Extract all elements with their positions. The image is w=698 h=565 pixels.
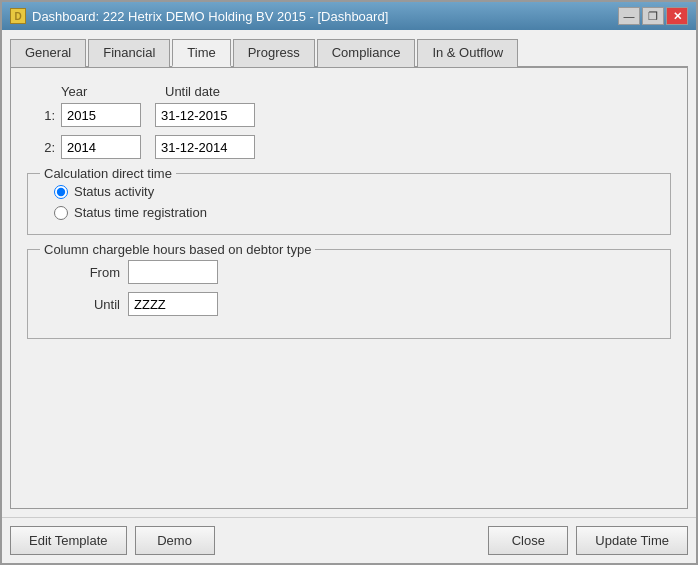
tab-time[interactable]: Time: [172, 39, 230, 67]
row-1-until-date-input[interactable]: [155, 103, 255, 127]
until-date-column-header: Until date: [165, 84, 285, 99]
edit-template-button[interactable]: Edit Template: [10, 526, 127, 555]
column-chargeble-group: Column chargeble hours based on debtor t…: [27, 249, 671, 339]
until-row: Until: [60, 292, 654, 316]
close-window-button[interactable]: ✕: [666, 7, 688, 25]
close-button[interactable]: Close: [488, 526, 568, 555]
radio-status-time-label: Status time registration: [74, 205, 207, 220]
from-row: From: [60, 260, 654, 284]
tab-content-time: Year Until date 1: 2: Calculation direct…: [10, 68, 688, 509]
radio-status-time-row: Status time registration: [54, 205, 654, 220]
row-1-label: 1:: [27, 108, 55, 123]
until-label: Until: [60, 297, 120, 312]
from-label: From: [60, 265, 120, 280]
column-headers: Year Until date: [27, 84, 671, 99]
tab-progress[interactable]: Progress: [233, 39, 315, 67]
column-chargeble-title: Column chargeble hours based on debtor t…: [40, 242, 315, 257]
radio-status-activity[interactable]: [54, 185, 68, 199]
table-row: 2:: [27, 135, 671, 159]
calc-group-title: Calculation direct time: [40, 166, 176, 181]
until-input[interactable]: [128, 292, 218, 316]
radio-status-activity-row: Status activity: [54, 184, 654, 199]
main-window: D Dashboard: 222 Hetrix DEMO Holding BV …: [0, 0, 698, 565]
row-2-until-date-input[interactable]: [155, 135, 255, 159]
calc-direct-time-group: Calculation direct time Status activity …: [27, 173, 671, 235]
tab-general[interactable]: General: [10, 39, 86, 67]
restore-button[interactable]: ❐: [642, 7, 664, 25]
title-bar: D Dashboard: 222 Hetrix DEMO Holding BV …: [2, 2, 696, 30]
tab-inoutflow[interactable]: In & Outflow: [417, 39, 518, 67]
radio-status-activity-label: Status activity: [74, 184, 154, 199]
table-row: 1:: [27, 103, 671, 127]
tab-financial[interactable]: Financial: [88, 39, 170, 67]
content-area: General Financial Time Progress Complian…: [2, 30, 696, 517]
row-1-year-input[interactable]: [61, 103, 141, 127]
demo-button[interactable]: Demo: [135, 526, 215, 555]
minimize-button[interactable]: —: [618, 7, 640, 25]
tab-bar: General Financial Time Progress Complian…: [10, 38, 688, 68]
row-2-year-input[interactable]: [61, 135, 141, 159]
year-column-header: Year: [61, 84, 151, 99]
tab-compliance[interactable]: Compliance: [317, 39, 416, 67]
window-icon: D: [10, 8, 26, 24]
window-title: Dashboard: 222 Hetrix DEMO Holding BV 20…: [32, 9, 388, 24]
title-bar-buttons: — ❐ ✕: [618, 7, 688, 25]
update-time-button[interactable]: Update Time: [576, 526, 688, 555]
row-2-label: 2:: [27, 140, 55, 155]
from-input[interactable]: [128, 260, 218, 284]
radio-status-time-registration[interactable]: [54, 206, 68, 220]
footer: Edit Template Demo Close Update Time: [2, 517, 696, 563]
